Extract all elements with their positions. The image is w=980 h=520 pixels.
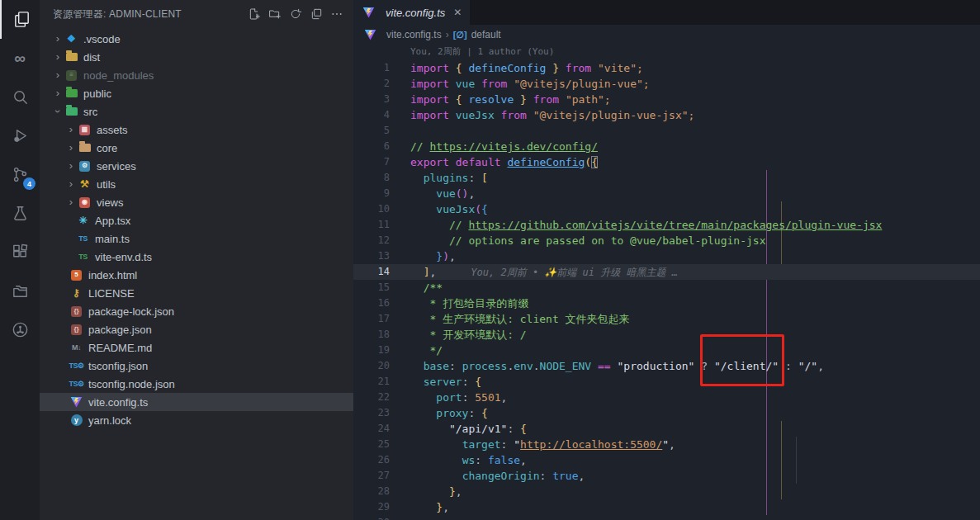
- tree-item-tsconfig.json[interactable]: ›TS⚙tsconfig.json: [40, 357, 353, 375]
- line-number: 15: [353, 280, 390, 295]
- line-content: ws: false,: [390, 452, 527, 468]
- tree-item-package-lock.json[interactable]: ›{}package-lock.json: [40, 302, 353, 320]
- line-content: * 开发环境默认: /: [390, 327, 527, 343]
- tab-vite-config[interactable]: vite.config.ts ✕: [353, 0, 470, 25]
- code-line-8[interactable]: 8 plugins: [: [353, 170, 980, 186]
- tree-item-assets[interactable]: ›▦assets: [40, 121, 353, 139]
- code-line-2[interactable]: 2import vue from "@vitejs/plugin-vue";: [353, 76, 980, 92]
- extensions-icon[interactable]: [0, 233, 40, 272]
- tree-item-vite-env.d.ts[interactable]: ›TSvite-env.d.ts: [40, 248, 353, 266]
- code-area[interactable]: You, 2周前 | 1 author (You) 1import { defi…: [353, 45, 980, 520]
- new-folder-icon[interactable]: [264, 4, 285, 25]
- code-line-7[interactable]: 7export default defineConfig({: [353, 154, 980, 170]
- npm-icon: {}: [69, 305, 83, 318]
- code-line-16[interactable]: 16 * 打包给目录的前缀: [353, 295, 980, 311]
- code-line-17[interactable]: 17 * 生产环境默认: client 文件夹包起来: [353, 311, 980, 327]
- project-folders-icon[interactable]: [0, 272, 40, 310]
- code-line-24[interactable]: 24 "/api/v1": {: [353, 421, 980, 437]
- tree-item-index.html[interactable]: ›5index.html: [40, 266, 353, 284]
- code-line-12[interactable]: 12 // options are passed on to @vue/babe…: [353, 233, 980, 248]
- refresh-explorer-icon[interactable]: [285, 4, 305, 25]
- codelens-authors[interactable]: You, 2周前 | 1 author (You): [353, 45, 980, 60]
- line-number: 21: [353, 374, 390, 390]
- tree-item-label: vite-env.d.ts: [95, 251, 152, 263]
- line-content: */: [390, 343, 443, 358]
- code-line-15[interactable]: 15 /**: [353, 280, 980, 295]
- code-line-18[interactable]: 18 * 开发环境默认: /: [353, 327, 980, 343]
- code-line-26[interactable]: 26 ws: false,: [353, 452, 980, 468]
- code-line-11[interactable]: 11 // https://github.com/vitejs/vite/tre…: [353, 217, 980, 233]
- tree-item-yarn.lock[interactable]: ›yyarn.lock: [40, 411, 353, 429]
- tree-item-core[interactable]: ›core: [40, 139, 353, 157]
- code-line-9[interactable]: 9 vue(),: [353, 186, 980, 201]
- line-number: 28: [353, 484, 390, 499]
- code-line-22[interactable]: 22 port: 5501,: [353, 390, 980, 405]
- tree-item-node_modules[interactable]: ›≡node_modules: [40, 66, 353, 84]
- new-file-icon[interactable]: [244, 4, 264, 25]
- search-icon[interactable]: [0, 78, 40, 116]
- tree-item-services[interactable]: ›⚙services: [40, 157, 353, 175]
- explorer-header: 资源管理器: ADMIN-CLIENT: [40, 0, 353, 28]
- line-content: [390, 515, 410, 520]
- code-line-28[interactable]: 28 },: [353, 484, 980, 499]
- tree-item-.vscode[interactable]: ›❖.vscode: [40, 30, 353, 48]
- breadcrumb-file[interactable]: vite.config.ts: [363, 28, 442, 41]
- code-line-1[interactable]: 1import { defineConfig } from "vite";: [353, 60, 980, 76]
- tree-item-utils[interactable]: ›⚒utils: [40, 175, 353, 193]
- explorer-actions: [244, 4, 347, 25]
- line-number: 12: [353, 233, 390, 248]
- more-actions-icon[interactable]: [326, 4, 347, 25]
- tree-item-main.ts[interactable]: ›TSmain.ts: [40, 229, 353, 248]
- line-number: 6: [353, 139, 390, 154]
- tree-item-package.json[interactable]: ›{}package.json: [40, 320, 353, 338]
- git-graph-icon[interactable]: [0, 310, 40, 349]
- testing-icon[interactable]: [0, 194, 40, 233]
- close-icon[interactable]: ✕: [453, 7, 462, 18]
- file-tree: ›❖.vscode›dist›≡node_modules›public›src›…: [40, 30, 353, 429]
- code-line-21[interactable]: 21 server: {: [353, 374, 980, 390]
- tree-item-vite.config.ts[interactable]: ›vite.config.ts: [40, 393, 353, 411]
- folder-src-icon: [64, 105, 78, 118]
- code-line-23[interactable]: 23 proxy: {: [353, 405, 980, 421]
- line-content: proxy: {: [390, 405, 488, 421]
- source-control-icon[interactable]: 4: [0, 155, 40, 194]
- tree-item-public[interactable]: ›public: [40, 84, 353, 102]
- line-content: // options are passed on to @vue/babel-p…: [390, 233, 765, 248]
- code-line-3[interactable]: 3import { resolve } from "path";: [353, 92, 980, 107]
- tree-item-LICENSE[interactable]: ›⚷LICENSE: [40, 284, 353, 302]
- line-content: },: [390, 484, 462, 499]
- collapse-folders-icon[interactable]: [305, 4, 326, 25]
- line-content: import vue from "@vitejs/plugin-vue";: [390, 76, 650, 92]
- run-debug-icon[interactable]: [0, 116, 40, 155]
- tree-item-App.tsx[interactable]: ›✳App.tsx: [40, 211, 353, 229]
- breadcrumb-symbol[interactable]: [∅] default: [453, 29, 501, 40]
- tree-item-dist[interactable]: ›dist: [40, 48, 353, 66]
- line-content: * 打包给目录的前缀: [390, 295, 528, 311]
- line-content: "/api/v1": {: [390, 421, 527, 437]
- visual-studio-icon[interactable]: ∞: [0, 39, 40, 78]
- code-line-25[interactable]: 25 target: "http://localhost:5500/",: [353, 437, 980, 452]
- tree-item-tsconfig.node.json[interactable]: ›TS⚙tsconfig.node.json: [40, 375, 353, 393]
- folder-core-icon: [78, 141, 92, 154]
- code-line-10[interactable]: 10 vueJsx({: [353, 201, 980, 217]
- tree-item-src[interactable]: ›src: [40, 102, 353, 121]
- code-line-5[interactable]: 5: [353, 123, 980, 139]
- code-line-30[interactable]: 30: [353, 515, 980, 520]
- line-content: export default defineConfig({: [390, 154, 598, 170]
- symbol-icon: [∅]: [453, 30, 467, 40]
- code-line-20[interactable]: 20 base: process.env.NODE_ENV == "produc…: [353, 358, 980, 374]
- explorer-icon[interactable]: [0, 0, 41, 39]
- tree-item-README.md[interactable]: ›M↓README.md: [40, 338, 353, 357]
- tree-item-views[interactable]: ›◉views: [40, 193, 353, 211]
- vscode-icon: ❖: [64, 32, 78, 45]
- code-line-6[interactable]: 6// https://vitejs.dev/config/: [353, 139, 980, 154]
- tree-item-label: App.tsx: [95, 215, 130, 227]
- line-number: 17: [353, 311, 390, 327]
- code-line-14[interactable]: 14 ],You, 2周前 • ✨前端 ui 升级 暗黑主题 …: [353, 264, 980, 280]
- code-line-13[interactable]: 13 }),: [353, 248, 980, 264]
- code-line-27[interactable]: 27 changeOrigin: true,: [353, 468, 980, 484]
- ts-config-icon: TS⚙: [69, 377, 83, 390]
- code-line-4[interactable]: 4import vueJsx from "@vitejs/plugin-vue-…: [353, 107, 980, 123]
- code-line-29[interactable]: 29 },: [353, 499, 980, 515]
- code-line-19[interactable]: 19 */: [353, 343, 980, 358]
